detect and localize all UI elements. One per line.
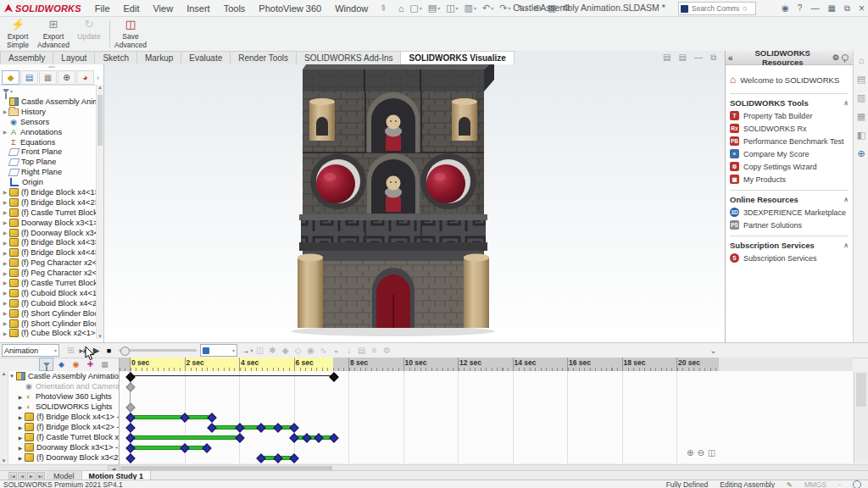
keyframe-diamond[interactable] (257, 453, 266, 463)
motion-tree-item[interactable]: ▶(f) Castle Turret Block x2<1 (8, 432, 119, 442)
save-icon[interactable]: ◫▾ (443, 3, 460, 14)
custom-properties-tab-icon[interactable]: ⊕ (854, 144, 868, 163)
new-document-icon[interactable]: ▢▾ (407, 3, 424, 14)
menu-file[interactable]: File (88, 2, 117, 15)
tab-assembly[interactable]: Assembly (0, 51, 53, 64)
resource-link[interactable]: 3D3DEXPERIENCE Marketplace (730, 206, 849, 219)
motion-tree-item[interactable]: ▶(f) Bridge Block x4<2> ->? (8, 422, 119, 432)
feature-tree-item[interactable]: ▶(f) Bridge Block x4<4> ->? (Def (2, 247, 97, 258)
pane-options-icon[interactable]: ⚙ (832, 53, 839, 62)
expand-arrow-icon[interactable]: ▶ (2, 230, 8, 236)
resource-link[interactable]: PBPerformance Benchmark Test (730, 135, 849, 147)
expand-arrow-icon[interactable]: ▶ (2, 189, 8, 195)
scroll-down-icon[interactable]: ▼ (97, 334, 103, 339)
expand-arrow-icon[interactable]: ▶ (17, 435, 24, 441)
tab-last-icon[interactable]: ▶| (36, 472, 45, 480)
feature-tree-item[interactable]: Top Plane (2, 157, 97, 167)
motion-tree-item[interactable]: ▶◐SOLIDWORKS Lights (8, 402, 119, 412)
filter-icon[interactable] (3, 89, 9, 93)
filter-driving-button[interactable]: ◉ (70, 358, 82, 370)
playback-mode-button[interactable]: →▾ (241, 345, 253, 357)
expand-arrow-icon[interactable]: ▶ (2, 250, 8, 256)
print-icon[interactable]: ▥▾ (462, 3, 479, 14)
help-icon[interactable]: ? (798, 3, 803, 13)
expand-arrow-icon[interactable]: ▶ (2, 270, 8, 276)
edit-assembly-icon[interactable]: ✎ (787, 481, 793, 488)
tab-solidworks-add-ins[interactable]: SOLIDWORKS Add-Ins (296, 51, 401, 64)
keyframe-diamond[interactable] (125, 443, 135, 452)
feature-tree-item[interactable]: ▶(f) Peg Character x2<2> ->? (De (2, 268, 97, 278)
minimize-icon[interactable]: — (694, 53, 703, 63)
feature-tree-scrollbar[interactable]: ▲ ▼ (96, 85, 103, 339)
tab-prev-icon[interactable]: ◀ (18, 472, 26, 480)
welcome-link[interactable]: ⌂Welcome to SOLIDWORKS (730, 70, 849, 89)
filter-button[interactable] (39, 358, 53, 371)
filter-animated-button[interactable]: ◆ (55, 358, 68, 370)
study-type-combo[interactable]: Animation ▾ (2, 344, 59, 357)
menu-edit[interactable]: Edit (117, 2, 147, 15)
feature-tree-item[interactable]: ▶(f) Cube Block x2<1> ->? (Defa (2, 328, 97, 338)
save-advanced-button[interactable]: ◫SaveAdvanced (113, 19, 148, 51)
scroll-thumb[interactable] (97, 95, 103, 146)
motion-tree-item[interactable]: ◉Orientation and Camera Vi (8, 381, 119, 391)
tab-first-icon[interactable]: |◀ (8, 472, 17, 480)
playback-speed-combo[interactable]: ▾ (200, 344, 237, 357)
keyframe-diamond[interactable] (125, 433, 135, 442)
expand-pane-icon[interactable]: « (728, 53, 733, 63)
keyframe-diamond[interactable] (125, 382, 135, 391)
animation-bar[interactable] (130, 446, 206, 450)
menu-window[interactable]: Window (328, 2, 375, 15)
export-simple-button[interactable]: ⚡ExportSimple (0, 19, 36, 51)
panel-tab-property-manager[interactable]: ▤ (20, 70, 38, 85)
menu-photoview-360[interactable]: PhotoView 360 (252, 2, 328, 15)
feature-tree-item[interactable]: ▶(f) Cuboid Block x4<1> ->? (De (2, 288, 97, 298)
expand-arrow-icon[interactable]: ▶ (17, 445, 24, 451)
keyframe-diamond[interactable] (273, 423, 282, 432)
motion-tree-scrollbar[interactable]: ▲ ▼ (0, 371, 8, 463)
feature-tree-item[interactable]: ▶History (2, 107, 97, 117)
scroll-up-icon[interactable]: ▲ (97, 85, 103, 90)
feature-tree-item[interactable]: Front Plane (2, 147, 97, 157)
stop-button[interactable]: ■ (103, 345, 115, 357)
feature-tree-item[interactable]: ▶Doorway Block x3<1> ->? (Defa (2, 218, 97, 228)
toolbar-overflow-icon[interactable]: ⌄ (707, 345, 720, 357)
keyframe-diamond[interactable] (302, 433, 311, 442)
collapse-icon[interactable]: ∧ (843, 196, 849, 203)
expand-arrow-icon[interactable]: ▶ (2, 199, 8, 205)
resource-link[interactable]: ≡Compare My Score (730, 147, 849, 160)
keyframe-diamond[interactable] (235, 433, 244, 442)
timeline-zoom-fit-icon[interactable]: ◫ (708, 448, 715, 458)
section-header[interactable]: Subscription Services∧ (730, 239, 849, 252)
expand-arrow-icon[interactable]: ▶ (2, 240, 8, 246)
keyframe-diamond[interactable] (208, 423, 217, 432)
feature-tree-item[interactable]: ▶(f) Cuboid Block x4<2> ->? (De (2, 298, 97, 308)
feature-tree-item[interactable]: ▶(f) Bridge Block x4<3> ->? (Def (2, 237, 97, 247)
search-box[interactable]: ○ (678, 2, 756, 15)
design-library-tab-icon[interactable]: ▤ (854, 69, 868, 88)
previous-window-icon[interactable]: ▤ (663, 53, 670, 63)
castle-model[interactable] (286, 58, 515, 339)
expand-arrow-icon[interactable]: ▶ (2, 330, 8, 336)
panel-tab-overflow-icon[interactable]: › (97, 74, 99, 82)
section-header[interactable]: Online Resources∧ (730, 193, 849, 206)
expand-arrow-icon[interactable]: ▶ (2, 320, 8, 326)
keyframe-diamond[interactable] (235, 423, 244, 432)
panel-tab-configuration-manager[interactable]: ▦ (39, 70, 57, 85)
next-window-icon[interactable]: ▤ (678, 53, 686, 63)
feature-tree-item[interactable]: ▶(f) Castle Turret Block x2<1> -> (2, 208, 97, 218)
feature-tree-item[interactable]: ▶(f) Castle Turret Block x2<2> -> (2, 278, 97, 288)
tab-evaluate[interactable]: Evaluate (181, 51, 231, 64)
timeline-zoom-in-icon[interactable]: ⊕ (687, 448, 693, 458)
timeline-ruler[interactable]: 0 sec2 sec4 sec6 sec8 sec10 sec12 sec14 … (120, 358, 853, 371)
graphics-viewport[interactable]: ◎⊞↺◫▾▦▾◧▾◔▾◕⚙▾ (103, 51, 725, 342)
keyframe-diamond[interactable] (329, 372, 338, 381)
feature-tree-item[interactable]: Right Plane (2, 167, 97, 177)
expand-arrow-icon[interactable]: ▼ (8, 374, 15, 379)
tab-render-tools[interactable]: Render Tools (230, 51, 297, 64)
minimize-icon[interactable]: — (810, 3, 819, 13)
filter-results-button[interactable]: ▦ (98, 358, 111, 370)
timeline-vscrollbar[interactable] (854, 371, 868, 463)
motion-tree-item[interactable]: ▶◐PhotoView 360 Lights (8, 391, 119, 402)
expand-arrow-icon[interactable]: ▶ (2, 310, 8, 316)
menu-tools[interactable]: Tools (217, 2, 253, 15)
